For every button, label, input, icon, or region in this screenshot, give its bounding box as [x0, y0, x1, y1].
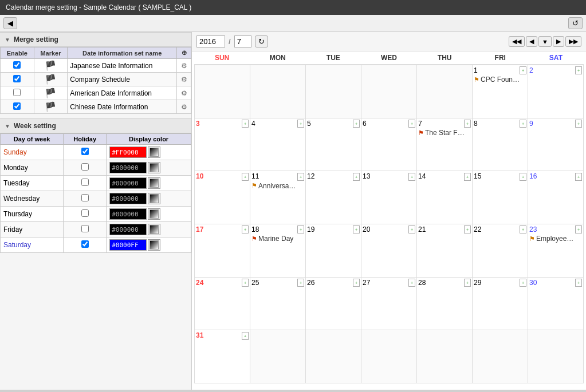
week-holiday-checkbox-5[interactable]	[81, 225, 89, 232]
refresh-toolbar-button[interactable]: ↺	[568, 17, 583, 29]
week-holiday-checkbox-2[interactable]	[81, 179, 89, 186]
cal-add-event-icon-27[interactable]: +	[408, 279, 415, 287]
cal-event[interactable]: ⚑Anniversa…	[251, 182, 304, 190]
month-input[interactable]	[234, 35, 251, 47]
cal-add-event-icon-12[interactable]: +	[353, 173, 360, 181]
cal-event[interactable]: ⚑Employee…	[529, 235, 582, 243]
week-holiday-checkbox-6[interactable]	[81, 240, 89, 248]
cal-prev-button[interactable]: ◀	[526, 36, 537, 47]
cal-add-event-icon-30[interactable]: +	[575, 279, 582, 287]
cal-add-event-icon-23[interactable]: +	[575, 225, 582, 233]
right-panel: / ↻ ◀◀ ◀ ▼ ▶ ▶▶ SUN MON TUE WED THU FRI …	[192, 32, 586, 390]
merge-gear-icon-2[interactable]: ⚙	[181, 89, 187, 97]
cal-add-event-icon-17[interactable]: +	[242, 225, 249, 233]
cal-add-event-icon-24[interactable]: +	[242, 279, 249, 287]
cal-cell-day-29: 29+	[473, 278, 528, 331]
cal-down-button[interactable]: ▼	[538, 36, 552, 47]
cal-add-event-icon-28[interactable]: +	[464, 279, 471, 287]
back-button[interactable]: ◀	[3, 17, 17, 29]
cal-add-event-icon-31[interactable]: +	[242, 332, 249, 340]
cal-add-event-icon-26[interactable]: +	[353, 279, 360, 287]
cal-cell-day-24: 24+	[195, 278, 250, 331]
color-picker-btn-6[interactable]	[148, 239, 160, 251]
cal-next-button[interactable]: ▶	[553, 36, 564, 47]
cal-add-event-icon-25[interactable]: +	[297, 279, 304, 287]
color-picker-btn-1[interactable]	[148, 162, 160, 173]
merge-enable-checkbox-2[interactable]	[13, 89, 21, 96]
cal-add-event-icon-22[interactable]: +	[520, 225, 526, 233]
week-holiday-checkbox-4[interactable]	[81, 209, 89, 217]
color-input-group-3: #000000	[109, 193, 188, 204]
cal-add-event-icon-7[interactable]: +	[464, 120, 471, 128]
header-wed: WED	[361, 54, 416, 62]
merge-section-arrow[interactable]: ▼	[5, 37, 10, 43]
cal-add-event-icon-5[interactable]: +	[353, 120, 360, 128]
cal-day-number-8: 8	[474, 120, 478, 128]
cal-cell-header-10: 10+	[196, 172, 249, 180]
merge-col-marker: Marker	[34, 47, 68, 59]
cal-day-number-3: 3	[196, 120, 200, 128]
color-picker-btn-5[interactable]	[148, 224, 160, 235]
cal-add-event-icon-18[interactable]: +	[297, 225, 304, 233]
week-holiday-checkbox-0[interactable]	[81, 148, 89, 155]
merge-enable-checkbox-1[interactable]	[13, 75, 21, 82]
week-table-row: Thursday#000000	[1, 207, 191, 222]
cal-day-number-11: 11	[251, 172, 259, 180]
cal-cell-header-24: 24+	[196, 279, 249, 287]
cal-day-number-1: 1	[474, 66, 478, 74]
cal-day-number-15: 15	[474, 172, 481, 180]
cal-add-event-icon-16[interactable]: +	[575, 173, 582, 181]
event-text: The Star F…	[425, 129, 465, 137]
event-text: Marine Day	[258, 235, 293, 243]
cal-add-event-icon-21[interactable]: +	[464, 225, 471, 233]
merge-gear-icon-0[interactable]: ⚙	[181, 62, 187, 70]
color-picker-btn-3[interactable]	[148, 193, 160, 204]
color-picker-btn-4[interactable]	[148, 208, 160, 220]
cal-cell-day-31: 31+	[195, 330, 250, 383]
merge-enable-checkbox-0[interactable]	[13, 61, 21, 69]
cal-add-event-icon-9[interactable]: +	[575, 120, 582, 128]
cal-cell-empty	[417, 330, 473, 383]
week-holiday-checkbox-1[interactable]	[81, 163, 89, 171]
cal-add-event-icon-8[interactable]: +	[520, 120, 526, 128]
color-box-3: #000000	[109, 193, 147, 204]
cal-add-event-icon-15[interactable]: +	[520, 173, 526, 181]
cal-day-number-7: 7	[418, 120, 422, 128]
color-picker-btn-0[interactable]	[148, 146, 160, 158]
week-section-arrow[interactable]: ▼	[5, 123, 10, 129]
cal-add-event-icon-14[interactable]: +	[464, 173, 471, 181]
cal-event[interactable]: ⚑Marine Day	[251, 235, 304, 243]
cal-cell-day-27: 27+	[361, 278, 417, 331]
cal-last-button[interactable]: ▶▶	[565, 36, 581, 47]
cal-add-event-icon-29[interactable]: +	[520, 279, 526, 287]
cal-event[interactable]: ⚑The Star F…	[418, 129, 471, 137]
cal-first-button[interactable]: ◀◀	[509, 36, 525, 47]
cal-add-event-icon-19[interactable]: +	[353, 225, 360, 233]
week-holiday-checkbox-3[interactable]	[81, 194, 89, 201]
color-box-6: #0000FF	[109, 239, 147, 251]
calendar-refresh-button[interactable]: ↻	[255, 35, 268, 47]
cal-add-event-icon-20[interactable]: +	[408, 225, 415, 233]
cal-add-event-icon-4[interactable]: +	[297, 120, 304, 128]
merge-gear-icon-1[interactable]: ⚙	[181, 76, 187, 84]
merge-enable-checkbox-3[interactable]	[13, 102, 21, 110]
cal-add-event-icon-3[interactable]: +	[242, 120, 249, 128]
cal-day-number-17: 17	[196, 225, 203, 233]
merge-gear-icon-3[interactable]: ⚙	[181, 103, 187, 111]
cal-add-event-icon-6[interactable]: +	[408, 120, 415, 128]
cal-add-event-icon-13[interactable]: +	[408, 173, 415, 181]
merge-col-enable: Enable	[1, 47, 34, 59]
cal-event[interactable]: ⚑CPC Foun…	[474, 76, 526, 84]
color-picker-btn-2[interactable]	[148, 177, 160, 189]
cal-add-event-icon-11[interactable]: +	[297, 173, 304, 181]
cal-add-event-icon-1[interactable]: +	[520, 66, 526, 74]
year-input[interactable]	[196, 35, 225, 47]
merge-col-add[interactable]: ⊕	[177, 47, 191, 59]
cal-add-event-icon-2[interactable]: +	[575, 66, 582, 74]
cal-add-event-icon-10[interactable]: +	[242, 173, 249, 181]
color-box-0: #FF0000	[109, 146, 147, 158]
cal-day-number-16: 16	[529, 172, 537, 180]
cal-cell-header-11: 11+	[251, 172, 304, 180]
color-input-group-6: #0000FF	[109, 239, 188, 251]
cal-cell-day-20: 20+	[361, 224, 417, 278]
